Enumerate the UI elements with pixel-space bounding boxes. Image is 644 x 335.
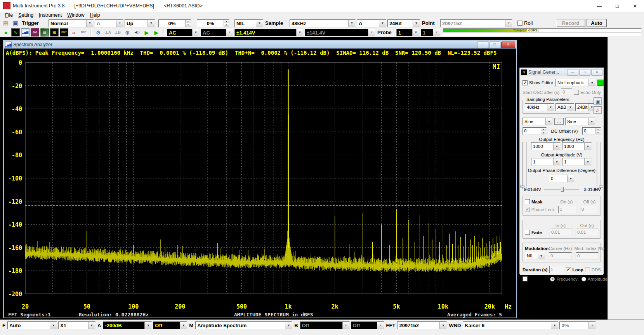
trigger-mode-select[interactable]: Normal ▼ bbox=[49, 19, 94, 27]
sweep-frequency-radio[interactable]: Frequency bbox=[550, 277, 577, 281]
coupling-b-select[interactable]: AC ▼ bbox=[201, 29, 233, 36]
multimeter-icon[interactable]: 000 bbox=[31, 28, 39, 36]
persistence-b-select[interactable]: Off ▼ bbox=[351, 321, 384, 329]
output-phase-select[interactable]: 0 ▼ bbox=[549, 175, 575, 182]
dds-checkbox[interactable]: DDS bbox=[585, 267, 601, 272]
menu-item-setting[interactable]: Setting bbox=[16, 12, 36, 18]
fade-in-input[interactable]: 0.01 bbox=[550, 229, 573, 236]
siggen-close-button[interactable]: ✕ bbox=[591, 69, 602, 76]
balance-slider-handle[interactable] bbox=[561, 187, 564, 192]
signal-generator-icon[interactable]: ∿ bbox=[11, 28, 20, 36]
sampling-channel-select[interactable]: A ▼ bbox=[357, 19, 386, 27]
app-minimize-button[interactable]: — bbox=[590, 0, 608, 12]
persistence-a-select[interactable]: Off ▼ bbox=[153, 321, 187, 329]
spectrum-close-button[interactable]: ✕ bbox=[501, 42, 515, 48]
level-slider-b-left[interactable] bbox=[526, 142, 527, 189]
run-single-icon[interactable]: ▶ bbox=[152, 28, 161, 36]
probe-b-icon[interactable]: ⊥B bbox=[113, 28, 122, 36]
app-titlebar[interactable]: ∿ Multi-Instrument Pro 3.8 - [+3DP+DLG+L… bbox=[0, 0, 644, 12]
spectrum-restore-button[interactable]: ❐ bbox=[489, 42, 500, 48]
menu-item-window[interactable]: Window bbox=[64, 12, 87, 18]
output-amplitude-b-select[interactable]: 1 ▼ bbox=[562, 158, 592, 166]
fade-out-input[interactable]: 0.01 bbox=[576, 229, 599, 236]
siggen-on-button[interactable] bbox=[597, 80, 604, 86]
balance-slider[interactable] bbox=[544, 189, 579, 190]
run-icon[interactable]: ▶ bbox=[142, 28, 151, 36]
mask-on-input[interactable]: 1 bbox=[558, 206, 577, 213]
range-display-a-select[interactable]: -200dB ▼ bbox=[103, 321, 152, 329]
start-osc-input[interactable]: 0 bbox=[561, 89, 572, 96]
frequency-axis-select[interactable]: Auto ▼ bbox=[7, 321, 57, 329]
derived-data-icon[interactable]: ≈ bbox=[69, 28, 78, 36]
menu-item-file[interactable]: File bbox=[2, 12, 16, 18]
calibration-icon[interactable]: ⊕ bbox=[123, 28, 132, 36]
coupling-a-select[interactable]: AC ▼ bbox=[167, 29, 200, 36]
spectrum-analyzer-icon[interactable]: ▂▅▇ bbox=[21, 28, 30, 36]
fft-size-select[interactable]: 2097152 ▼ bbox=[397, 321, 447, 329]
spectrum-minimize-button[interactable]: — bbox=[477, 42, 488, 48]
mask-off-input[interactable]: 0 bbox=[580, 206, 599, 213]
phase-lock-checkbox[interactable]: ✓ Phase Lock bbox=[525, 207, 555, 212]
trigger-source-select[interactable]: A ▼ bbox=[95, 19, 123, 27]
output-amplitude-a-select[interactable]: 1 ▼ bbox=[531, 158, 561, 166]
record-length-select[interactable]: 2097152 ▼ bbox=[440, 19, 512, 27]
output-frequency-a-select[interactable]: 1000 ▼ bbox=[531, 142, 561, 150]
zoom-select[interactable]: X1 ▼ bbox=[58, 321, 95, 329]
siggen-save-icon[interactable]: ▣ bbox=[594, 97, 602, 105]
trigger-edge-select[interactable]: Up ▼ bbox=[125, 19, 155, 27]
echo-only-checkbox[interactable]: Echo Only bbox=[574, 90, 601, 95]
sweep-checkbox[interactable]: Sweep bbox=[522, 276, 543, 281]
level-slider-a-left[interactable] bbox=[522, 142, 523, 189]
output-frequency-b-select[interactable]: 1000 ▼ bbox=[562, 142, 592, 150]
dc-offset-a-input[interactable]: 0 ▲▼ bbox=[522, 127, 547, 135]
spectrum-window-titlebar[interactable]: ▂▅▇ Spectrum Analyzer — ❐ ✕ bbox=[4, 41, 516, 49]
probe-a-icon[interactable]: ⊥A bbox=[104, 28, 112, 36]
menu-item-instrument[interactable]: Instrument bbox=[36, 12, 64, 18]
waveform-b-select[interactable]: Sine ▼ bbox=[565, 118, 595, 125]
app-maximize-button[interactable]: □ bbox=[608, 0, 626, 12]
mod-index-input[interactable]: 0 bbox=[576, 252, 599, 260]
roll-checkbox[interactable]: Roll bbox=[517, 20, 533, 26]
carrier-input[interactable]: 0 bbox=[549, 252, 572, 260]
siggen-music-note-icon[interactable]: ♬ bbox=[594, 106, 602, 114]
open-icon[interactable]: ▤ bbox=[2, 19, 10, 27]
sweep-amplitude-radio[interactable]: Amplitude bbox=[582, 277, 608, 281]
probe-a-select[interactable]: 1 ▼ bbox=[396, 29, 420, 36]
ddp-viewer-icon[interactable]: DDP bbox=[79, 28, 88, 36]
siggen-maximize-button[interactable]: □ bbox=[579, 69, 590, 76]
sampling-rate-select[interactable]: 48kHz ▼ bbox=[290, 19, 356, 27]
range-b-select[interactable]: ±141.4V ▼ bbox=[305, 29, 375, 36]
device-test-plan-icon[interactable]: ⚙ bbox=[94, 28, 102, 36]
app-close-button[interactable]: ✕ bbox=[626, 0, 644, 12]
record-button[interactable]: Record bbox=[556, 19, 585, 27]
data-logger-icon[interactable]: ≋ bbox=[50, 28, 59, 36]
waveform-a-select[interactable]: Sine ▼ bbox=[522, 118, 553, 125]
overlap-select[interactable]: 0% ▼ bbox=[559, 321, 596, 329]
spectrum-3d-plot-icon[interactable]: ▦ bbox=[40, 28, 49, 36]
dc-offset-b-input[interactable]: 0 ▲▼ bbox=[582, 127, 601, 135]
duration-input[interactable]: 1 bbox=[549, 266, 564, 273]
mask-checkbox[interactable]: Mask bbox=[525, 199, 543, 204]
auto-button[interactable]: Auto bbox=[587, 19, 607, 27]
range-display-b-select[interactable]: Off ▼ bbox=[300, 321, 350, 329]
mode-select[interactable]: Amplitude Spectrum ▼ bbox=[195, 321, 292, 329]
menu-item-help[interactable]: Help bbox=[87, 12, 103, 18]
trigger-delay-input[interactable]: 0% ▲▼ bbox=[197, 19, 229, 27]
dut-icon[interactable]: DUT bbox=[60, 28, 68, 36]
show-editor-checkbox[interactable]: ✓ Show Editor bbox=[522, 80, 553, 85]
trigger-rejection-select[interactable]: NIL ▼ bbox=[234, 19, 263, 27]
siggen-bits-select[interactable]: 24Bit ▼ bbox=[575, 103, 595, 111]
siggen-sampling-rate-select[interactable]: 48kHz ▼ bbox=[525, 103, 554, 111]
loopback-select[interactable]: No Loopback ▼ bbox=[555, 79, 596, 87]
waveform-more-button[interactable]: ... bbox=[554, 118, 564, 125]
oscilloscope-icon[interactable]: ● bbox=[2, 28, 10, 36]
siggen-channels-select[interactable]: A&B ▼ bbox=[555, 103, 574, 111]
level-slider-a-right[interactable] bbox=[601, 142, 601, 189]
siggen-window-titlebar[interactable]: ≋ Signal Gener... — □ ✕ bbox=[520, 68, 603, 76]
save-icon[interactable]: ▣ bbox=[11, 19, 20, 27]
window-function-select[interactable]: Kaiser 6 ▼ bbox=[463, 321, 558, 329]
fade-checkbox[interactable]: Fade bbox=[525, 230, 550, 235]
spectrum-plot[interactable]: 0-20-40-60-80-100-120-140-160-180-200205… bbox=[4, 57, 516, 311]
level-slider-b-right[interactable] bbox=[597, 142, 597, 189]
siggen-minimize-button[interactable]: — bbox=[567, 69, 578, 76]
